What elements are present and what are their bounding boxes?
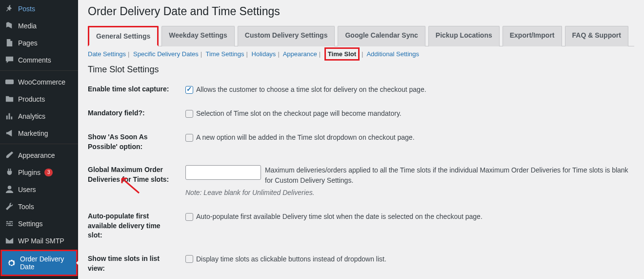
- sidebar-item-order-delivery[interactable]: Order Delivery Date: [0, 250, 78, 276]
- tab-gcal[interactable]: Google Calendar Sync: [338, 26, 425, 46]
- sidebar-item-pages[interactable]: Pages: [0, 34, 78, 51]
- tab-general[interactable]: General Settings: [88, 26, 159, 46]
- checkbox-enable-capture[interactable]: [185, 86, 193, 94]
- sidebar-item-plugins[interactable]: Plugins3: [0, 164, 78, 181]
- sidebar-item-wpmail[interactable]: WP Mail SMTP: [0, 232, 78, 249]
- svg-point-1: [8, 186, 12, 190]
- label-auto-populate: Auto-populate first available delivery t…: [88, 212, 185, 240]
- subtab-holidays[interactable]: Holidays: [252, 50, 276, 58]
- subtab-date[interactable]: Date Settings: [88, 50, 126, 58]
- pushpin-icon: [5, 4, 14, 13]
- chart-icon: [5, 111, 14, 121]
- plugin-update-badge: 3: [44, 169, 53, 176]
- checkbox-list-view[interactable]: [185, 255, 193, 263]
- svg-rect-0: [5, 80, 14, 85]
- sidebar-item-media[interactable]: Media: [0, 17, 78, 34]
- note-global-max: Note: Leave blank for Unlimited Deliveri…: [185, 188, 634, 198]
- folder-icon: [5, 94, 14, 104]
- main-content: Order Delivery Date and Time Settings Ge…: [78, 0, 644, 279]
- media-icon: [5, 21, 14, 30]
- section-title: Time Slot Settings: [88, 64, 634, 75]
- plug-icon: [5, 168, 14, 177]
- sub-tabs: Date Settings| Specific Delivery Dates| …: [88, 50, 634, 58]
- admin-sidebar: Posts Media Pages Comments WooCommerce P…: [0, 0, 78, 279]
- label-global-max: Global Maximum Order Deliveries for Time…: [88, 165, 185, 184]
- tab-pickup[interactable]: Pickup Locations: [428, 26, 500, 46]
- sliders-icon: [5, 219, 14, 228]
- tab-export[interactable]: Export/Import: [503, 26, 562, 46]
- subtab-timeslot[interactable]: Time Slot: [324, 47, 360, 61]
- subtab-specific[interactable]: Specific Delivery Dates: [133, 50, 199, 58]
- sidebar-item-appearance[interactable]: Appearance: [0, 147, 78, 164]
- label-enable-capture: Enable time slot capture:: [88, 85, 185, 94]
- input-global-max[interactable]: [185, 165, 261, 180]
- main-tabs: General Settings Weekday Settings Custom…: [88, 26, 634, 46]
- label-asap: Show 'As Soon As Possible' option:: [88, 132, 185, 151]
- tab-faq[interactable]: FAQ & Support: [565, 26, 628, 46]
- sidebar-item-marketing[interactable]: Marketing: [0, 125, 78, 142]
- checkbox-auto-populate[interactable]: [185, 213, 193, 221]
- sidebar-item-settings[interactable]: Settings: [0, 215, 78, 232]
- label-mandatory: Mandatory field?:: [88, 108, 185, 118]
- megaphone-icon: [5, 129, 14, 138]
- user-icon: [5, 185, 14, 194]
- tab-custom[interactable]: Custom Delivery Settings: [238, 26, 335, 46]
- sidebar-item-products[interactable]: Products: [0, 90, 78, 107]
- subtab-appearance[interactable]: Appearance: [283, 50, 317, 58]
- brush-icon: [5, 150, 14, 160]
- sidebar-item-comments[interactable]: Comments: [0, 51, 78, 68]
- wrench-icon: [5, 202, 14, 211]
- page-title: Order Delivery Date and Time Settings: [88, 5, 634, 18]
- tab-weekday[interactable]: Weekday Settings: [161, 26, 235, 46]
- subtab-additional[interactable]: Additional Settings: [366, 50, 419, 58]
- sidebar-item-woocommerce[interactable]: WooCommerce: [0, 73, 78, 90]
- submenu-delivery-calendar[interactable]: Delivery Calendar: [0, 277, 78, 279]
- checkbox-asap[interactable]: [185, 134, 193, 142]
- label-list-view: Show time slots in list view:: [88, 254, 185, 273]
- page-icon: [5, 38, 14, 47]
- mail-icon: [5, 236, 14, 245]
- subtab-time[interactable]: Time Settings: [206, 50, 244, 58]
- sidebar-item-posts[interactable]: Posts: [0, 0, 78, 17]
- comment-icon: [5, 55, 14, 64]
- sidebar-item-users[interactable]: Users: [0, 181, 78, 198]
- sidebar-item-tools[interactable]: Tools: [0, 198, 78, 215]
- gear-icon: [7, 258, 16, 268]
- woo-icon: [5, 77, 14, 86]
- checkbox-mandatory[interactable]: [185, 110, 193, 118]
- sidebar-item-analytics[interactable]: Analytics: [0, 107, 78, 125]
